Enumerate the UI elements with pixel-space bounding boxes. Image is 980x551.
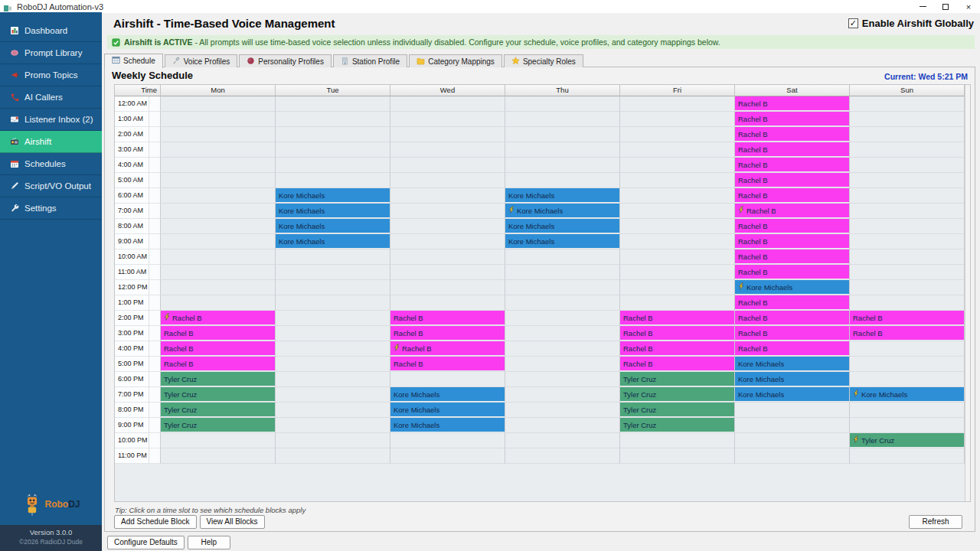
schedule-cell-thu-8-00-am[interactable]: Kore Michaels	[505, 219, 620, 234]
schedule-block[interactable]: Rachel B	[735, 127, 849, 141]
schedule-block[interactable]: Kore Michaels	[276, 188, 390, 202]
schedule-cell-sun-6-00-pm[interactable]	[850, 372, 965, 387]
schedule-cell-tue-7-00-am[interactable]: Kore Michaels	[276, 204, 390, 219]
schedule-cell-sun-2-00-am[interactable]	[850, 127, 965, 142]
minimize-button[interactable]	[911, 0, 934, 13]
schedule-block[interactable]: Rachel B	[735, 219, 849, 233]
schedule-cell-fri-11-00-pm[interactable]	[620, 448, 735, 464]
schedule-block[interactable]: Kore Michaels	[390, 403, 505, 416]
schedule-block[interactable]: Kore Michaels	[505, 204, 619, 217]
schedule-block[interactable]: Kore Michaels	[735, 280, 849, 294]
schedule-cell-thu-9-00-am[interactable]: Kore Michaels	[505, 234, 620, 249]
column-header-thu[interactable]: Thu	[505, 85, 620, 96]
sidebar-item-schedules[interactable]: Schedules	[0, 153, 102, 175]
schedule-cell-sun-11-00-pm[interactable]	[850, 448, 965, 464]
schedule-block[interactable]: Kore Michaels	[276, 234, 390, 248]
schedule-cell-sat-1-00-pm[interactable]: Rachel B	[735, 295, 850, 311]
schedule-cell-mon-1-00-am[interactable]	[161, 112, 276, 127]
schedule-cell-thu-5-00-pm[interactable]	[505, 357, 620, 372]
column-header-mon[interactable]: Mon	[161, 85, 276, 96]
sidebar-item-listener-inbox-2[interactable]: Listener Inbox (2)	[0, 109, 102, 131]
schedule-cell-sun-2-00-pm[interactable]: Rachel B	[850, 311, 965, 326]
schedule-block[interactable]: Rachel B	[390, 311, 505, 324]
schedule-cell-mon-11-00-pm[interactable]	[161, 448, 276, 464]
schedule-cell-thu-3-00-pm[interactable]	[505, 326, 620, 341]
schedule-block[interactable]: Rachel B	[735, 234, 849, 248]
schedule-cell-wed-4-00-am[interactable]	[390, 158, 505, 173]
schedule-block[interactable]: Tyler Cruz	[620, 372, 734, 386]
schedule-cell-mon-8-00-pm[interactable]: Tyler Cruz	[161, 403, 276, 418]
schedule-cell-sun-4-00-pm[interactable]	[850, 341, 965, 357]
schedule-cell-tue-10-00-pm[interactable]	[276, 433, 390, 448]
schedule-cell-wed-1-00-pm[interactable]	[390, 295, 505, 311]
schedule-block[interactable]: Rachel B	[735, 295, 849, 309]
schedule-block[interactable]: Rachel B	[735, 142, 849, 156]
schedule-cell-thu-5-00-am[interactable]	[505, 173, 620, 188]
schedule-cell-fri-4-00-am[interactable]	[620, 158, 735, 173]
schedule-block[interactable]: Kore Michaels	[735, 372, 849, 386]
schedule-cell-fri-9-00-pm[interactable]: Tyler Cruz	[620, 418, 735, 433]
view-all-blocks-button[interactable]: View All Blocks	[200, 515, 265, 529]
schedule-cell-sat-2-00-pm[interactable]: Rachel B	[735, 311, 850, 326]
schedule-cell-tue-1-00-am[interactable]	[276, 112, 390, 127]
schedule-cell-tue-6-00-am[interactable]: Kore Michaels	[276, 188, 390, 204]
schedule-cell-fri-12-00-am[interactable]	[620, 96, 735, 112]
schedule-cell-sat-4-00-am[interactable]: Rachel B	[735, 158, 850, 173]
schedule-cell-fri-1-00-am[interactable]	[620, 112, 735, 127]
schedule-cell-wed-5-00-pm[interactable]: Rachel B	[390, 357, 505, 372]
schedule-cell-wed-8-00-am[interactable]	[390, 219, 505, 234]
schedule-cell-mon-9-00-pm[interactable]: Tyler Cruz	[161, 418, 276, 433]
schedule-cell-tue-5-00-am[interactable]	[276, 173, 390, 188]
schedule-cell-sun-3-00-pm[interactable]: Rachel B	[850, 326, 965, 341]
schedule-block[interactable]: Rachel B	[850, 326, 964, 340]
schedule-cell-tue-7-00-pm[interactable]	[276, 387, 390, 403]
schedule-cell-wed-8-00-pm[interactable]: Kore Michaels	[390, 403, 505, 418]
schedule-cell-sun-9-00-am[interactable]	[850, 234, 965, 249]
sidebar-item-ai-callers[interactable]: AI Callers	[0, 86, 102, 109]
maximize-button[interactable]	[934, 0, 957, 13]
sidebar-item-airshift[interactable]: Airshift	[0, 131, 102, 153]
schedule-block[interactable]: Kore Michaels	[390, 387, 505, 401]
schedule-cell-sat-2-00-am[interactable]: Rachel B	[735, 127, 850, 142]
schedule-cell-sun-3-00-am[interactable]	[850, 142, 965, 158]
schedule-cell-sun-4-00-am[interactable]	[850, 158, 965, 173]
schedule-cell-sun-11-00-am[interactable]	[850, 265, 965, 280]
sidebar-item-settings[interactable]: Settings	[0, 197, 102, 220]
schedule-cell-wed-6-00-am[interactable]	[390, 188, 505, 204]
schedule-cell-sat-7-00-pm[interactable]: Kore Michaels	[735, 387, 850, 403]
close-button[interactable]: ×	[957, 0, 980, 13]
schedule-block[interactable]: Kore Michaels	[735, 357, 849, 370]
schedule-cell-tue-11-00-pm[interactable]	[276, 448, 390, 464]
tab-voice-profiles[interactable]: Voice Profiles	[165, 54, 238, 67]
schedule-cell-tue-12-00-pm[interactable]	[276, 280, 390, 295]
schedule-cell-mon-9-00-am[interactable]	[161, 234, 276, 249]
add-schedule-block-button[interactable]: Add Schedule Block	[114, 515, 197, 529]
schedule-cell-thu-4-00-am[interactable]	[505, 158, 620, 173]
schedule-cell-tue-9-00-am[interactable]: Kore Michaels	[276, 234, 390, 249]
schedule-cell-mon-12-00-am[interactable]	[161, 96, 276, 112]
schedule-cell-fri-3-00-pm[interactable]: Rachel B	[620, 326, 735, 341]
schedule-block[interactable]: Tyler Cruz	[850, 433, 964, 447]
schedule-block[interactable]: Tyler Cruz	[161, 372, 275, 386]
schedule-block[interactable]: Rachel B	[735, 311, 849, 324]
schedule-cell-thu-1-00-pm[interactable]	[505, 295, 620, 311]
schedule-cell-fri-10-00-pm[interactable]	[620, 433, 735, 448]
schedule-cell-thu-2-00-am[interactable]	[505, 127, 620, 142]
schedule-block[interactable]: Rachel B	[620, 341, 734, 355]
schedule-cell-fri-10-00-am[interactable]	[620, 249, 735, 265]
schedule-cell-tue-5-00-pm[interactable]	[276, 357, 390, 372]
schedule-cell-wed-10-00-am[interactable]	[390, 249, 505, 265]
column-header-sat[interactable]: Sat	[735, 85, 850, 96]
schedule-cell-sat-1-00-am[interactable]: Rachel B	[735, 112, 850, 127]
schedule-cell-thu-8-00-pm[interactable]	[505, 403, 620, 418]
schedule-cell-sun-12-00-am[interactable]	[850, 96, 965, 112]
schedule-cell-tue-8-00-am[interactable]: Kore Michaels	[276, 219, 390, 234]
schedule-block[interactable]: Rachel B	[735, 173, 849, 187]
schedule-cell-fri-3-00-am[interactable]	[620, 142, 735, 158]
schedule-cell-sat-6-00-pm[interactable]: Kore Michaels	[735, 372, 850, 387]
schedule-cell-wed-11-00-am[interactable]	[390, 265, 505, 280]
refresh-button[interactable]: Refresh	[909, 515, 962, 529]
schedule-cell-sun-5-00-am[interactable]	[850, 173, 965, 188]
schedule-cell-mon-6-00-pm[interactable]: Tyler Cruz	[161, 372, 276, 387]
schedule-cell-mon-10-00-pm[interactable]	[161, 433, 276, 448]
